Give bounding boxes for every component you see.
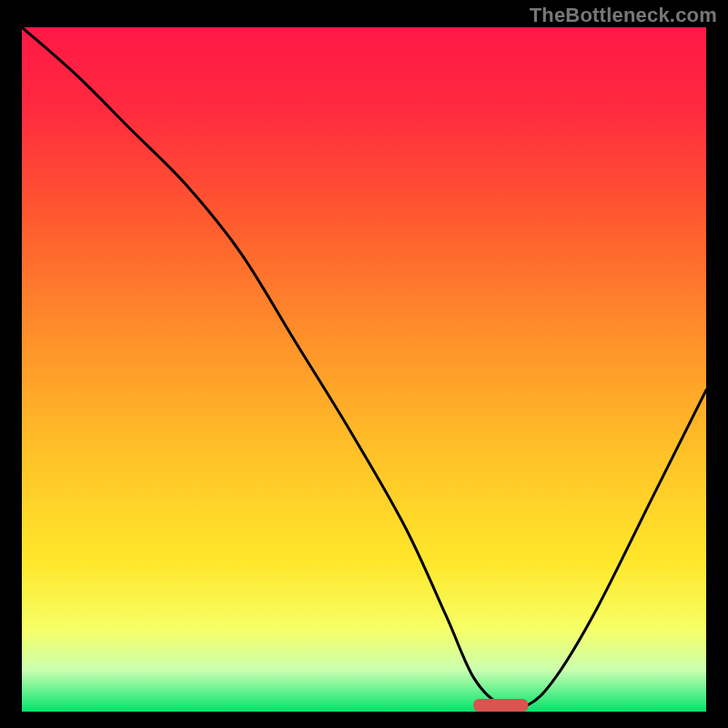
plot-background	[22, 27, 706, 712]
watermark-label: TheBottleneck.com	[530, 4, 717, 27]
bottleneck-chart	[0, 0, 728, 728]
optimal-range-marker	[473, 699, 528, 712]
chart-stage: TheBottleneck.com	[0, 0, 728, 728]
